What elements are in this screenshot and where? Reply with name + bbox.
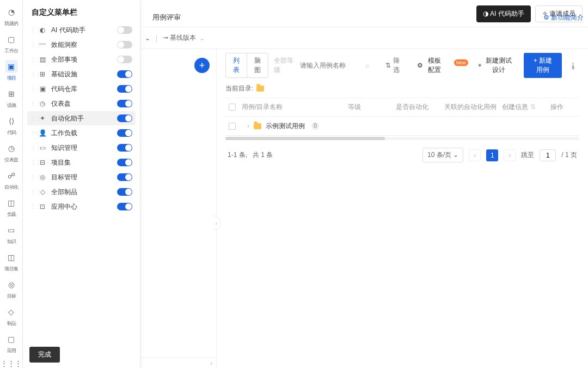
rail-item-知识[interactable]: ▭知识 [1,221,22,248]
tab-case-review[interactable]: 用例评审 [145,8,188,27]
level-filter[interactable]: 全部等级 [274,56,295,75]
menu-item-全部事项[interactable]: ⋮⋮▤全部事项 [27,52,136,67]
menu-item-知识管理[interactable]: ⋮⋮▭知识管理 [27,141,136,155]
drag-icon[interactable]: ⋮⋮ [30,130,36,136]
drag-icon[interactable]: ⋮⋮ [30,57,36,62]
menu-item-自动化助手[interactable]: ⋮⋮✦自动化助手 [27,111,136,125]
toggle[interactable] [117,56,132,63]
menu-item-效能洞察[interactable]: ⋮⋮〰效能洞察 [27,38,136,52]
done-button[interactable]: 完成 [29,347,60,363]
current-dir-row: 当前目录: [217,82,588,98]
filter-button[interactable]: ⇅ 筛选 [385,56,402,75]
rail-item-制品[interactable]: ◇制品 [1,303,22,329]
menu-item-工作负载[interactable]: ⋮⋮👤工作负载 [27,126,136,140]
pagination: 1-1 条, 共 1 条 10 条/页 ⌄ ‹ 1 › 跳至 / 1 页 [217,140,588,170]
view-mindmap-tab[interactable]: 脑图 [247,53,268,77]
rail-item-项目集[interactable]: ◫项目集 [1,249,22,275]
panel-title: 自定义菜单栏 [23,0,140,23]
template-config-button[interactable]: ⚙ 模板配置 [413,53,449,77]
drag-icon[interactable]: ⋮⋮ [30,27,36,33]
toggle[interactable] [117,173,132,181]
menu-item-目标管理[interactable]: ⋮⋮◎目标管理 [27,170,136,184]
rail-item-自动化[interactable]: ☍自动化 [1,167,22,193]
drag-icon[interactable]: ⋮⋮ [30,86,36,92]
jump-page-input[interactable] [540,149,556,161]
rail-icon: ▣ [5,60,18,73]
menu-item-基础设施[interactable]: ⋮⋮⊞基础设施 [27,67,136,81]
rail-item-仪表盘[interactable]: ◷仪表盘 [1,140,22,166]
rail-item-负载[interactable]: ◫负载 [1,194,22,220]
toggle[interactable] [117,144,132,152]
rail-icon: ◫ [5,251,18,264]
menu-icon: 〰 [38,40,47,49]
rail-item-目标[interactable]: ◎目标 [1,276,22,302]
view-switch: 列表 脑图 [225,53,268,78]
toggle[interactable] [117,203,132,210]
next-page[interactable]: › [504,149,516,161]
new-case-button[interactable]: + 新建用例 [524,53,562,78]
rail-icon: ▢ [5,33,18,46]
drag-icon[interactable]: ⋮⋮ [30,42,36,47]
search-input[interactable] [300,62,360,69]
drag-icon[interactable]: ⋮⋮ [30,101,36,106]
select-all-checkbox[interactable] [229,104,236,111]
toggle[interactable] [117,188,132,196]
toggle[interactable] [117,85,132,93]
drag-icon[interactable]: ⋮⋮ [30,204,36,209]
page-1[interactable]: 1 [486,149,498,161]
rail-item-设施[interactable]: ⊞设施 [1,85,22,111]
prev-page[interactable]: ‹ [469,149,481,161]
case-table: 用例/目录名称 等级 是否自动化 关联的自动化用例 创建信息 ⇅ 操作 › 示例… [225,98,579,136]
new-test-design-button[interactable]: + 新建测试设计 [474,53,518,77]
row-checkbox[interactable] [229,123,236,130]
view-list-tab[interactable]: 列表 [226,53,247,77]
toggle[interactable] [117,114,132,122]
menu-item-仪表盘[interactable]: ⋮⋮◷仪表盘 [27,96,136,111]
drag-icon[interactable]: ⋮⋮ [30,145,36,150]
rail-item-应用[interactable]: ▢应用 [1,330,22,357]
drag-icon[interactable]: ⋮⋮ [30,174,36,180]
drag-icon[interactable]: ⋮⋮ [30,116,36,121]
menu-icon: ◇ [38,188,47,196]
collapse-handle-bottom[interactable]: › [140,357,217,368]
rail-item-工作台[interactable]: ▢工作台 [1,31,22,57]
chevron-down-icon[interactable]: ⌄ [199,34,205,42]
menu-item-代码仓库[interactable]: ⋮⋮▣代码仓库 [27,82,136,96]
toggle[interactable] [117,70,132,78]
rail-item-项目[interactable]: ▣项目 [1,58,22,84]
rail-icon: ▢ [5,333,18,346]
rail-icon: ⊞ [5,87,18,100]
branch-selector[interactable]: ⊸ 基线版本 [163,33,196,43]
toggle[interactable] [117,129,132,137]
rail-item-我建的[interactable]: ◔我建的 [1,3,22,29]
menu-item-应用中心[interactable]: ⋮⋮⊡应用中心 [27,200,136,214]
toggle[interactable] [117,26,132,34]
rail-icon: ☍ [5,169,18,182]
toggle[interactable] [117,159,132,166]
export-icon[interactable]: ⭳ [567,61,579,70]
menu-icon: ▤ [38,55,47,64]
toggle[interactable] [117,41,132,49]
menu-item-AI 代码助手[interactable]: ⋮⋮◐AI 代码助手 [27,23,136,37]
directory-column: + [140,49,217,368]
new-features-link[interactable]: ⚙ 新功能简介 [543,13,584,27]
drag-icon[interactable]: ⋮⋮ [30,71,36,77]
drag-icon[interactable]: ⋮⋮ [30,160,36,165]
drag-icon[interactable]: ⋮⋮ [30,189,36,195]
rail-item-代码[interactable]: ⟨⟩代码 [1,112,22,138]
search-icon[interactable]: ⌕ [365,62,369,69]
rail-icon: ◫ [5,196,18,209]
chevron-right-icon[interactable]: › [247,122,249,130]
chevron-down-icon[interactable]: ⌄ [145,34,150,42]
menu-item-全部制品[interactable]: ⋮⋮◇全部制品 [27,185,136,199]
page-size-select[interactable]: 10 条/页 ⌄ [422,148,463,162]
menu-item-项目集[interactable]: ⋮⋮⊟项目集 [27,155,136,170]
toggle[interactable] [117,100,132,107]
add-button[interactable]: + [194,58,210,73]
rail-bottom-0[interactable]: ⋮⋮⋮ [6,358,17,368]
folder-icon [256,86,264,92]
menu-icon: ⊞ [38,70,47,79]
page-tabs: 用例评审 ⚙ 新功能简介 [140,0,588,27]
table-row[interactable]: › 示例测试用例 0 [225,117,579,135]
row-name: › 示例测试用例 0 [247,122,348,131]
